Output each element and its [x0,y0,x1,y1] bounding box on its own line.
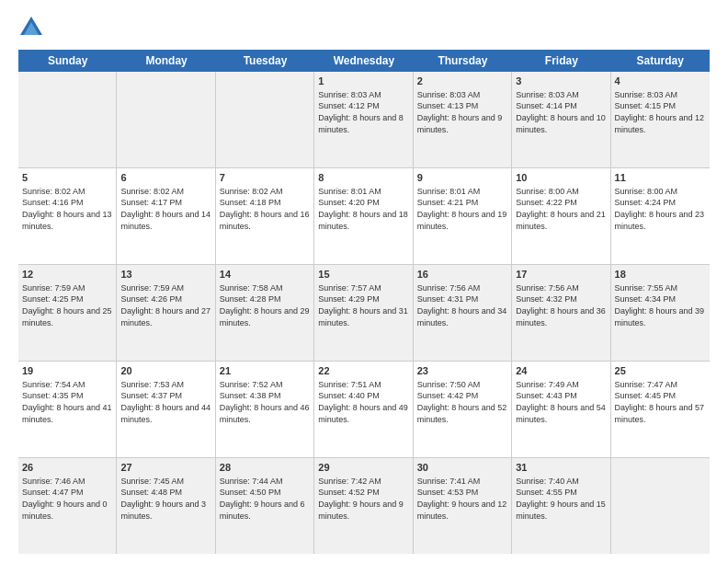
cell-info: Sunrise: 8:03 AMSunset: 4:12 PMDaylight:… [318,89,408,135]
table-row: 5Sunrise: 8:02 AMSunset: 4:16 PMDaylight… [18,168,117,264]
cell-info: Sunrise: 8:03 AMSunset: 4:13 PMDaylight:… [417,89,507,135]
cell-info: Sunrise: 8:02 AMSunset: 4:18 PMDaylight:… [220,186,310,232]
day-number: 28 [220,461,310,475]
cell-info: Sunrise: 8:00 AMSunset: 4:24 PMDaylight:… [615,186,706,232]
table-row: 10Sunrise: 8:00 AMSunset: 4:22 PMDayligh… [512,168,610,264]
cell-info: Sunrise: 7:44 AMSunset: 4:50 PMDaylight:… [220,476,310,522]
day-number: 31 [516,461,606,475]
header [18,15,710,40]
day-number: 4 [615,75,706,88]
day-number: 29 [318,461,408,475]
day-number: 25 [615,364,706,378]
header-day-sunday: Sunday [18,50,117,72]
cell-info: Sunrise: 7:49 AMSunset: 4:43 PMDaylight:… [516,379,606,425]
day-number: 8 [318,171,408,185]
table-row: 31Sunrise: 7:40 AMSunset: 4:55 PMDayligh… [512,458,610,554]
table-row: 21Sunrise: 7:52 AMSunset: 4:38 PMDayligh… [216,362,314,457]
table-row: 11Sunrise: 8:00 AMSunset: 4:24 PMDayligh… [611,168,710,264]
table-row: 16Sunrise: 7:56 AMSunset: 4:31 PMDayligh… [414,265,512,361]
cell-info: Sunrise: 7:51 AMSunset: 4:40 PMDaylight:… [318,379,408,425]
table-row: 2Sunrise: 8:03 AMSunset: 4:13 PMDaylight… [414,72,512,167]
day-number: 1 [318,75,408,88]
day-number: 3 [516,75,606,88]
table-row [611,458,710,554]
day-number: 24 [516,364,606,378]
day-number: 22 [318,364,408,378]
cell-info: Sunrise: 7:56 AMSunset: 4:32 PMDaylight:… [516,282,606,328]
cell-info: Sunrise: 7:40 AMSunset: 4:55 PMDaylight:… [516,476,606,522]
day-number: 15 [318,268,408,282]
table-row [18,72,117,167]
cell-info: Sunrise: 7:42 AMSunset: 4:52 PMDaylight:… [318,476,408,522]
day-number: 27 [120,461,210,475]
calendar-row-3: 19Sunrise: 7:54 AMSunset: 4:35 PMDayligh… [18,362,710,458]
calendar-body: 1Sunrise: 8:03 AMSunset: 4:12 PMDaylight… [18,72,710,554]
day-number: 18 [615,268,706,282]
table-row: 22Sunrise: 7:51 AMSunset: 4:40 PMDayligh… [314,362,413,457]
day-number: 20 [120,364,210,378]
table-row: 17Sunrise: 7:56 AMSunset: 4:32 PMDayligh… [512,265,610,361]
table-row: 29Sunrise: 7:42 AMSunset: 4:52 PMDayligh… [314,458,413,554]
cell-info: Sunrise: 7:47 AMSunset: 4:45 PMDaylight:… [615,379,706,425]
table-row [117,72,215,167]
header-day-friday: Friday [512,50,610,72]
page: SundayMondayTuesdayWednesdayThursdayFrid… [0,0,728,563]
day-number: 12 [22,268,112,282]
cell-info: Sunrise: 7:56 AMSunset: 4:31 PMDaylight:… [417,282,507,328]
cell-info: Sunrise: 7:55 AMSunset: 4:34 PMDaylight:… [615,282,706,328]
cell-info: Sunrise: 8:02 AMSunset: 4:17 PMDaylight:… [120,186,210,232]
day-number: 17 [516,268,606,282]
cell-info: Sunrise: 8:01 AMSunset: 4:21 PMDaylight:… [417,186,507,232]
cell-info: Sunrise: 7:52 AMSunset: 4:38 PMDaylight:… [220,379,310,425]
logo [18,15,48,40]
table-row: 20Sunrise: 7:53 AMSunset: 4:37 PMDayligh… [117,362,215,457]
table-row: 12Sunrise: 7:59 AMSunset: 4:25 PMDayligh… [18,265,117,361]
day-number: 19 [22,364,112,378]
cell-info: Sunrise: 7:53 AMSunset: 4:37 PMDaylight:… [120,379,210,425]
day-number: 14 [220,268,310,282]
cell-info: Sunrise: 7:57 AMSunset: 4:29 PMDaylight:… [318,282,408,328]
day-number: 16 [417,268,507,282]
calendar-row-0: 1Sunrise: 8:03 AMSunset: 4:12 PMDaylight… [18,72,710,168]
header-day-thursday: Thursday [414,50,512,72]
table-row: 27Sunrise: 7:45 AMSunset: 4:48 PMDayligh… [117,458,215,554]
calendar-header: SundayMondayTuesdayWednesdayThursdayFrid… [18,50,710,72]
cell-info: Sunrise: 8:03 AMSunset: 4:14 PMDaylight:… [516,89,606,135]
day-number: 30 [417,461,507,475]
day-number: 10 [516,171,606,185]
day-number: 11 [615,171,706,185]
table-row: 9Sunrise: 8:01 AMSunset: 4:21 PMDaylight… [414,168,512,264]
cell-info: Sunrise: 8:01 AMSunset: 4:20 PMDaylight:… [318,186,408,232]
cell-info: Sunrise: 7:50 AMSunset: 4:42 PMDaylight:… [417,379,507,425]
cell-info: Sunrise: 7:54 AMSunset: 4:35 PMDaylight:… [22,379,112,425]
table-row: 6Sunrise: 8:02 AMSunset: 4:17 PMDaylight… [117,168,215,264]
day-number: 7 [220,171,310,185]
day-number: 26 [22,461,112,475]
day-number: 2 [417,75,507,88]
table-row: 1Sunrise: 8:03 AMSunset: 4:12 PMDaylight… [314,72,413,167]
table-row: 13Sunrise: 7:59 AMSunset: 4:26 PMDayligh… [117,265,215,361]
cell-info: Sunrise: 7:46 AMSunset: 4:47 PMDaylight:… [22,476,112,522]
header-day-tuesday: Tuesday [216,50,314,72]
table-row: 25Sunrise: 7:47 AMSunset: 4:45 PMDayligh… [611,362,710,457]
day-number: 21 [220,364,310,378]
header-day-saturday: Saturday [611,50,710,72]
table-row: 7Sunrise: 8:02 AMSunset: 4:18 PMDaylight… [216,168,314,264]
table-row: 26Sunrise: 7:46 AMSunset: 4:47 PMDayligh… [18,458,117,554]
logo-icon [18,15,44,40]
table-row: 15Sunrise: 7:57 AMSunset: 4:29 PMDayligh… [314,265,413,361]
table-row: 30Sunrise: 7:41 AMSunset: 4:53 PMDayligh… [414,458,512,554]
table-row: 19Sunrise: 7:54 AMSunset: 4:35 PMDayligh… [18,362,117,457]
calendar-row-4: 26Sunrise: 7:46 AMSunset: 4:47 PMDayligh… [18,458,710,554]
header-day-wednesday: Wednesday [314,50,413,72]
calendar-row-2: 12Sunrise: 7:59 AMSunset: 4:25 PMDayligh… [18,265,710,362]
table-row: 4Sunrise: 8:03 AMSunset: 4:15 PMDaylight… [611,72,710,167]
cell-info: Sunrise: 7:45 AMSunset: 4:48 PMDaylight:… [120,476,210,522]
day-number: 13 [120,268,210,282]
table-row: 23Sunrise: 7:50 AMSunset: 4:42 PMDayligh… [414,362,512,457]
calendar: SundayMondayTuesdayWednesdayThursdayFrid… [18,50,710,554]
day-number: 9 [417,171,507,185]
day-number: 23 [417,364,507,378]
cell-info: Sunrise: 8:02 AMSunset: 4:16 PMDaylight:… [22,186,112,232]
cell-info: Sunrise: 8:03 AMSunset: 4:15 PMDaylight:… [615,89,706,135]
